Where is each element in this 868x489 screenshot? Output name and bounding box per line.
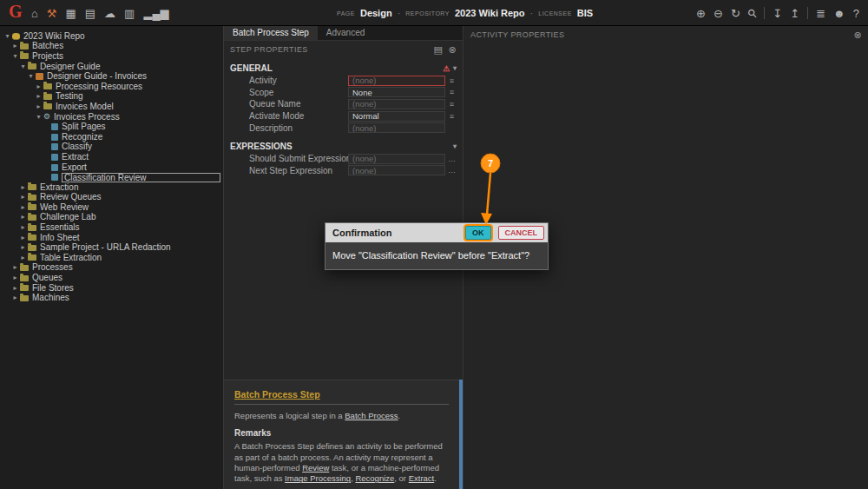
property-value-field[interactable]: (none) [348,99,445,109]
page-value[interactable]: Design [360,8,392,18]
tree-item[interactable]: ▸Info Sheet [0,233,223,243]
tree-item[interactable]: ▸Batches [0,42,223,52]
ellipsis-icon[interactable]: … [445,166,458,175]
tools-icon[interactable]: ⚒ [47,8,57,19]
tree-item[interactable]: ▸Processes [0,263,223,274]
tree-item[interactable]: ▸Invoices Model [0,102,223,112]
help-link[interactable]: Recognize [355,473,394,483]
download-icon[interactable]: ↧ [773,8,782,19]
search-icon[interactable]: ⚲ [746,6,760,20]
add-circle-icon[interactable]: ⊕ [696,8,706,19]
tree-item[interactable]: ▸Machines [0,293,223,303]
cloud-upload-icon[interactable]: ☁ [104,8,115,19]
user-icon[interactable]: ☻ [833,8,845,19]
tree-item[interactable]: Split Pages [0,122,223,132]
tree-item[interactable]: ▸Essentials [0,222,223,233]
help-title[interactable]: Batch Process Step [234,389,449,405]
tree-item[interactable]: ▸Challenge Lab [0,213,223,223]
expander-icon[interactable]: ▸ [35,83,43,90]
tree-item[interactable]: ▾2023 Wiki Repo [0,31,223,42]
expander-icon[interactable]: ▾ [19,63,27,70]
tree-item[interactable]: ▸Queues [0,273,223,283]
expander-icon[interactable]: ▸ [11,274,19,281]
menu-icon[interactable]: ≡ [445,112,458,121]
refresh-icon[interactable]: ↻ [731,8,740,19]
tab-batch-process-step[interactable]: Batch Process Step [224,26,318,40]
help-paragraph: Represents a logical step in a Batch Pro… [234,411,449,421]
tree-item[interactable]: Classify [0,142,223,153]
section-header[interactable]: GENERAL⚠▾ [228,62,458,75]
tree-item-label: Extraction [40,183,78,192]
expander-icon[interactable]: ▸ [11,264,19,271]
expander-icon[interactable]: ▾ [35,114,43,121]
expander-icon[interactable]: ▸ [19,194,27,201]
close-icon[interactable]: ⊗ [853,30,862,40]
expander-icon[interactable]: ▾ [3,33,11,40]
menu-icon[interactable]: ≡ [445,100,458,109]
tree-item[interactable]: ▸Sample Project - URLA Redaction [0,242,223,253]
expander-icon[interactable]: ▸ [35,103,43,110]
tree-item[interactable]: Export [0,162,223,173]
property-value-field[interactable]: Normal [348,111,445,122]
tree-item[interactable]: Classification Review [0,172,223,182]
expander-icon[interactable]: ▾ [11,53,19,60]
tree-item[interactable]: ▸Web Review [0,202,223,213]
property-value-field[interactable]: (none) [348,154,445,164]
expander-icon[interactable]: ▸ [19,224,27,231]
tree-item[interactable]: ▾Designer Guide - Invoices [0,71,223,82]
tree-item[interactable]: ▸Review Queues [0,193,223,203]
tree-item[interactable]: ▸Testing [0,92,223,102]
help-link[interactable]: Image Processing [285,473,351,483]
grooper-logo[interactable]: G [9,2,23,22]
tree-item[interactable]: ▾⚙Invoices Process [0,112,223,122]
expander-icon[interactable]: ▸ [19,204,27,211]
help-scrollbar[interactable] [459,380,463,489]
property-value-field[interactable]: (none) [348,122,445,133]
expander-icon[interactable]: ▸ [19,214,27,221]
tree-item[interactable]: Extract [0,152,223,162]
menu-icon[interactable]: ≡ [445,76,458,85]
expander-icon[interactable]: ▸ [19,235,27,241]
tree-item[interactable]: ▸Extraction [0,182,223,193]
tree-item[interactable]: ▸File Stores [0,283,223,294]
menu-icon[interactable]: ≡ [445,88,458,96]
licensee-label: LICENSEE [538,10,572,17]
property-value-field[interactable]: (none) [348,165,445,175]
save-icon[interactable]: ▤ [85,8,95,19]
tree-item[interactable]: Recognize [0,132,223,142]
ellipsis-icon[interactable]: … [445,155,458,163]
close-icon[interactable]: ⊗ [448,45,457,55]
tree-item[interactable]: ▸Table Extraction [0,253,223,263]
help-link[interactable]: Batch Process [345,411,398,420]
tree-item[interactable]: ▸Processing Resources [0,82,223,92]
layers-icon[interactable]: ≣ [816,8,825,19]
stats-chart-icon[interactable]: ▂▄▆ [143,8,168,19]
tree-item[interactable]: ▾Designer Guide [0,62,223,72]
save-icon[interactable]: ▤ [434,45,444,55]
repository-value[interactable]: 2023 Wiki Repo [455,8,525,18]
expander-icon[interactable]: ▸ [35,93,43,100]
expander-icon[interactable]: ▸ [11,294,19,301]
property-row: Should Submit Expression(none)… [228,153,458,165]
expander-icon[interactable]: ▸ [19,244,27,251]
expander-icon[interactable]: ▸ [11,43,19,50]
remove-circle-icon[interactable]: ⊖ [713,8,723,19]
help-icon[interactable]: ? [853,8,859,19]
tree-item-label: Queues [32,274,62,282]
section-header[interactable]: EXPRESSIONS▾ [228,140,458,153]
property-value-field[interactable]: (none) [348,76,445,86]
tasks-icon[interactable]: ▥ [124,8,135,19]
expander-icon[interactable]: ▸ [19,184,27,191]
property-value-field[interactable]: None [348,87,445,97]
expander-icon[interactable]: ▸ [11,285,19,292]
tree-item[interactable]: ▾Projects [0,51,223,62]
help-link[interactable]: Extract [409,473,435,483]
tab-advanced[interactable]: Advanced [318,26,373,40]
home-icon[interactable]: ⌂ [31,8,38,19]
expander-icon[interactable]: ▸ [19,254,27,261]
expander-icon[interactable]: ▾ [27,73,35,80]
upload-icon[interactable]: ↥ [790,8,799,19]
property-row: Description(none) [228,122,458,134]
help-link[interactable]: Review [302,463,329,472]
batches-icon[interactable]: ▦ [66,8,76,19]
